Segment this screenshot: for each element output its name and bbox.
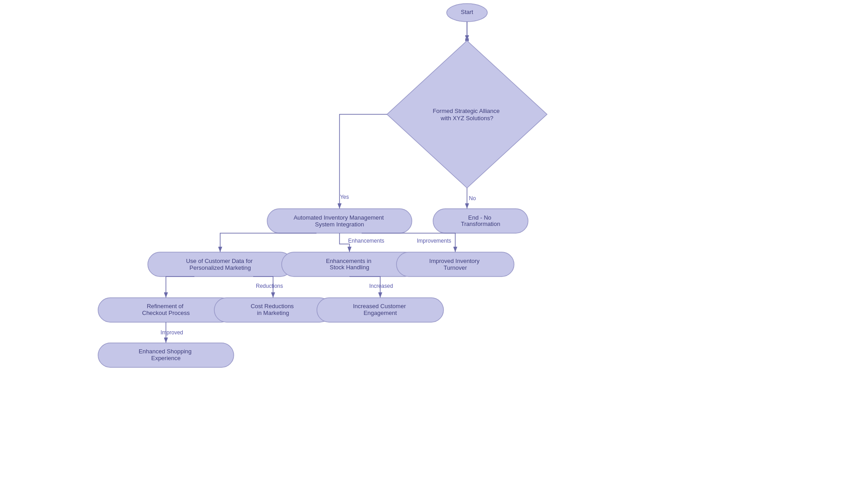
arrow-auto-to-customer <box>220 233 316 252</box>
customer-data-label: Use of Customer Data for Personalized Ma… <box>186 258 254 271</box>
enhancements-label: Enhancements <box>348 238 384 244</box>
improvements-label: Improvements <box>417 238 451 244</box>
improved-label: Improved <box>160 329 183 336</box>
no-label: No <box>469 195 476 202</box>
yes-label: Yes <box>340 194 349 200</box>
decision-label: Formed Strategic Alliance with XYZ Solut… <box>433 108 501 122</box>
reductions-label: Reductions <box>256 283 283 289</box>
start-label: Start <box>461 9 473 15</box>
checkout-refinement-label: Refinement of Checkout Process <box>142 303 190 316</box>
increased-label: Increased <box>369 283 393 289</box>
stock-handling-label: Enhancements in Stock Handling <box>326 258 373 271</box>
cost-reductions-label: Cost Reductions in Marketing <box>250 303 295 316</box>
arrow-customer-to-checkout <box>166 277 194 298</box>
